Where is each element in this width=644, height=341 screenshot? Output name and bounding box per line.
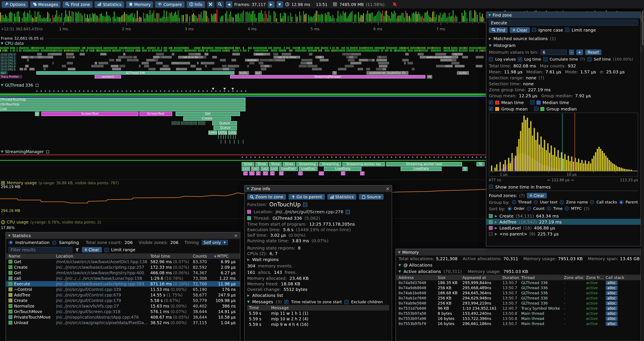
marker-dot[interactable]: [276, 157, 277, 158]
cpu-core-slice[interactable]: [309, 53, 312, 55]
profiler-zone[interactable]: Streaming worker task: [386, 162, 462, 166]
message-marker-icon[interactable]: [212, 88, 214, 90]
prev-frame-button[interactable]: ◀: [226, 1, 232, 8]
cpu-core-slice[interactable]: [420, 53, 424, 55]
cpu-core-slice[interactable]: [476, 65, 482, 67]
marker-dot[interactable]: [399, 157, 401, 158]
cpu-core-slice[interactable]: [203, 62, 214, 64]
marker-dot[interactable]: [370, 157, 371, 158]
profiler-zone[interactable]: LoaU: [208, 131, 217, 135]
radio-option[interactable]: [512, 200, 516, 204]
profiler-zone[interactable]: Strea: [269, 162, 282, 166]
tools-tool-button[interactable]: [207, 1, 214, 8]
cpu-core-slice[interactable]: [299, 65, 307, 67]
cpu-core-slice[interactable]: [405, 53, 409, 55]
cpu-core-slice[interactable]: [48, 56, 53, 58]
marker-dot[interactable]: [272, 157, 273, 158]
marker-dot[interactable]: [147, 90, 148, 92]
marker-dot[interactable]: [395, 157, 396, 158]
memory-button[interactable]: Memory: [126, 1, 153, 8]
cpu-core-slice[interactable]: [160, 68, 171, 70]
collapse-icon[interactable]: ▼: [489, 43, 492, 47]
clear-found-button[interactable]: ⊘Clear: [527, 193, 547, 198]
collapse-icon[interactable]: ▼: [398, 250, 401, 254]
cpu-core-slice[interactable]: [172, 53, 174, 55]
cpu-core-slice[interactable]: [29, 68, 34, 70]
expand-icon[interactable]: ▶: [495, 232, 498, 236]
cpu-core-slice[interactable]: [68, 56, 73, 58]
thread-name[interactable]: GLThread 336: [272, 216, 302, 220]
marker-dot[interactable]: [160, 90, 161, 92]
zone-info-titlebar[interactable]: ▼ Zone info ×: [245, 186, 392, 192]
column-header-label[interactable]: Address: [398, 275, 438, 280]
profiler-zone[interactable]: Strea: [255, 162, 268, 166]
marker-dot[interactable]: [202, 90, 204, 92]
marker-dot[interactable]: [215, 90, 216, 92]
appeared-cell[interactable]: 153,492,240ns: [462, 311, 502, 316]
marker-dot[interactable]: [442, 157, 443, 158]
profiler-zone[interactable]: Ci: [319, 171, 324, 175]
collapse-icon[interactable]: ▼: [247, 300, 250, 304]
cpu-core-slice[interactable]: [442, 59, 452, 61]
thread-activity-zone[interactable]: Aj: [427, 75, 432, 79]
marker-dot[interactable]: [66, 90, 67, 92]
marker-dot[interactable]: [242, 157, 243, 158]
expand-icon[interactable]: ▶: [247, 293, 250, 297]
marker-dot[interactable]: [480, 157, 482, 158]
cpu-core-slice[interactable]: [144, 65, 149, 67]
expand-icon[interactable]: ▶: [495, 214, 498, 218]
marker-dot[interactable]: [288, 157, 290, 158]
thread-activity-zone[interactable]: StreamingManager: [230, 75, 425, 79]
cpu-core-slice[interactable]: [52, 62, 54, 64]
cpu-core-slice[interactable]: [123, 53, 125, 55]
cpu-core-slice[interactable]: [212, 56, 217, 58]
allocations-table-header[interactable]: AddressSizeAppeared atDurationThreadZone…: [396, 275, 640, 280]
collapse-icon[interactable]: ▼: [1, 83, 4, 87]
address-cell[interactable]: 0x74a9d37040: [398, 281, 438, 285]
profiler-zone[interactable]: PrivateTouchUp: [0, 98, 246, 102]
cpu-core-slice[interactable]: [167, 56, 172, 58]
thread-activity-zone[interactable]: (worker/): [94, 75, 121, 79]
cpu-core-zone[interactable]: audio.service (effect): [420, 56, 458, 58]
marker-dot[interactable]: [164, 90, 165, 92]
cpu-core-zone[interactable]: cds_ol_rx_thr: [178, 56, 203, 58]
cpu-core-slice[interactable]: [103, 62, 104, 64]
allocation-row[interactable]: 0x74ab1be040186.68 KB294,645,364ns13:50.…: [396, 290, 640, 295]
statistics-row[interactable]: Get/mnt/e/claw/src/claw/base/AssetDict.h…: [6, 259, 240, 264]
cpu-core-slice[interactable]: [100, 53, 106, 55]
marker-dot[interactable]: [130, 90, 131, 92]
expand-icon[interactable]: ▶: [495, 220, 498, 224]
marker-dot[interactable]: [40, 90, 42, 92]
marker-dot[interactable]: [459, 157, 460, 158]
marker-dot[interactable]: [151, 90, 152, 92]
source-button[interactable]: Source: [359, 194, 383, 200]
marker-dot[interactable]: [263, 157, 264, 158]
column-header-label[interactable]: Size: [438, 275, 462, 280]
zone-time-histogram[interactable]: 1 µs10 µs: [489, 113, 638, 177]
marker-dot[interactable]: [416, 157, 418, 158]
info-button[interactable]: Info: [186, 1, 205, 8]
cpu-core-slice[interactable]: [25, 65, 29, 67]
message-row[interactable]: 5.59 smip 9 w 4 h 4 (16): [247, 321, 389, 327]
cpu-core-slice[interactable]: [273, 53, 278, 55]
allocation-row[interactable]: 0x74a9d68040256 KB295,668,489ns13:50.7GL…: [396, 285, 640, 290]
callstack-button[interactable]: alloc: [606, 291, 618, 295]
address-cell[interactable]: 0x74ab9e5040: [398, 301, 438, 305]
curve-checkbox[interactable]: ✓: [489, 107, 493, 111]
wait-regions-row[interactable]: ▶Wait regions: [245, 256, 392, 263]
cpu-core-slice[interactable]: [212, 68, 223, 70]
marker-dot[interactable]: [194, 90, 195, 92]
profiler-zone[interactable]: call: [0, 107, 246, 111]
cpu-core-slice[interactable]: [418, 53, 420, 55]
location-value[interactable]: jni/../jni/src/guif/Screen.cpp:278: [276, 209, 343, 214]
cpu-core-slice[interactable]: [342, 53, 351, 55]
allocation-row[interactable]: 0x7553b9fbf016 bytes296,661,186ns13:50.7…: [396, 321, 640, 326]
decrement-button[interactable]: -: [569, 49, 574, 55]
limit-range-checkbox[interactable]: [104, 248, 108, 252]
marker-dot[interactable]: [224, 90, 225, 92]
message-marker-icon[interactable]: [232, 88, 234, 90]
cpu-core-slice[interactable]: [261, 68, 266, 70]
find-zone-search-input[interactable]: Execute: [489, 20, 638, 26]
profiler-zone[interactable]: LcU: [242, 167, 250, 171]
cpu-core-slice[interactable]: [349, 56, 354, 58]
